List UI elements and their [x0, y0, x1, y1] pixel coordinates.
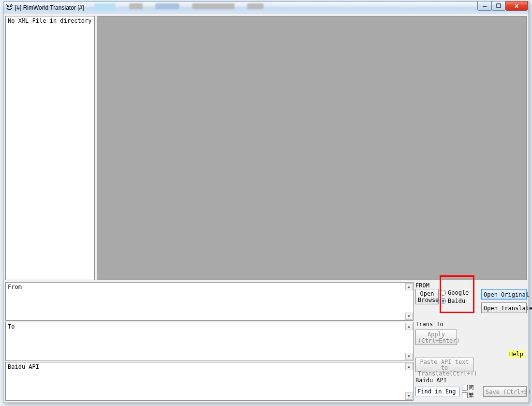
scroll-down-icon[interactable]: ▼ — [405, 353, 413, 360]
right-column: FROM Open Browser Google — [414, 282, 527, 401]
radio-google-label: Google — [448, 289, 469, 296]
checkbox-icon — [462, 392, 468, 398]
window-controls: X — [478, 1, 528, 11]
apply-button[interactable]: Apply (Ctrl+Enter) — [415, 330, 457, 345]
baidu-api-label: Baidu API — [8, 363, 39, 370]
scroll-down-icon[interactable]: ▼ — [405, 313, 413, 320]
file-list-panel[interactable]: No XML File in directory — [5, 16, 95, 280]
maximize-button[interactable] — [491, 1, 506, 11]
to-text-panel[interactable]: To ▲ ▼ — [5, 322, 414, 361]
open-original-button[interactable]: Open Original — [481, 289, 527, 300]
scroll-up-icon[interactable]: ▲ — [405, 283, 413, 290]
text-column: From ▲ ▼ To ▲ ▼ Baidu API ▲ ▼ — [5, 282, 414, 401]
window-title: [#] RimWorld Translator [#] — [15, 4, 84, 11]
app-window: [#] RimWorld Translator [#] X No XML Fil… — [3, 1, 529, 403]
file-list-message: No XML File in directory — [8, 17, 91, 24]
open-translated-button[interactable]: Open Translated — [481, 302, 527, 313]
app-icon — [5, 4, 13, 12]
radio-baidu[interactable]: Baidu — [440, 298, 469, 304]
save-button[interactable]: Save (Ctrl+S) — [483, 386, 527, 397]
trans-to-label: Trans To — [415, 321, 527, 328]
checkbox-jian[interactable]: 简 — [462, 384, 474, 391]
top-row: No XML File in directory — [5, 16, 527, 280]
paste-api-button[interactable]: Paste API text to Translate(Ctrl+↑) — [415, 358, 473, 372]
blur-decor — [129, 3, 264, 10]
client-area: No XML File in directory From ▲ ▼ To ▲ ▼… — [3, 14, 529, 403]
scroll-up-icon[interactable]: ▲ — [405, 323, 413, 330]
to-label: To — [8, 323, 15, 330]
fan-label: 繁 — [469, 391, 474, 399]
blur-decor — [94, 3, 116, 10]
checkbox-icon — [462, 385, 468, 391]
jian-label: 简 — [469, 384, 474, 391]
from-section-label: FROM — [415, 282, 527, 289]
checkbox-fan[interactable]: 繁 — [462, 391, 474, 399]
from-text-panel[interactable]: From ▲ ▼ — [5, 282, 414, 321]
svg-point-1 — [10, 5, 12, 7]
minimize-button[interactable] — [477, 1, 492, 11]
scroll-up-icon[interactable]: ▲ — [405, 363, 413, 370]
baidu-api-text-panel[interactable]: Baidu API ▲ ▼ — [5, 362, 414, 401]
svg-point-0 — [7, 5, 9, 7]
scroll-down-icon[interactable]: ▼ — [405, 392, 413, 400]
titlebar[interactable]: [#] RimWorld Translator [#] X — [3, 1, 529, 14]
radio-baidu-label: Baidu — [448, 298, 465, 304]
radio-icon — [440, 290, 446, 296]
radio-icon — [440, 298, 446, 304]
close-button[interactable]: X — [505, 1, 528, 11]
bottom-row: From ▲ ▼ To ▲ ▼ Baidu API ▲ ▼ FROM — [5, 282, 527, 401]
from-label: From — [8, 284, 22, 290]
svg-rect-3 — [497, 4, 501, 8]
baidu-api-section-label: Baidu API — [415, 377, 527, 384]
main-view-panel[interactable] — [97, 16, 527, 280]
open-browser-button[interactable]: Open Browser — [415, 289, 439, 304]
find-in-eng-input[interactable] — [415, 387, 460, 396]
help-button[interactable]: Help — [508, 350, 525, 358]
radio-google[interactable]: Google — [440, 289, 469, 296]
